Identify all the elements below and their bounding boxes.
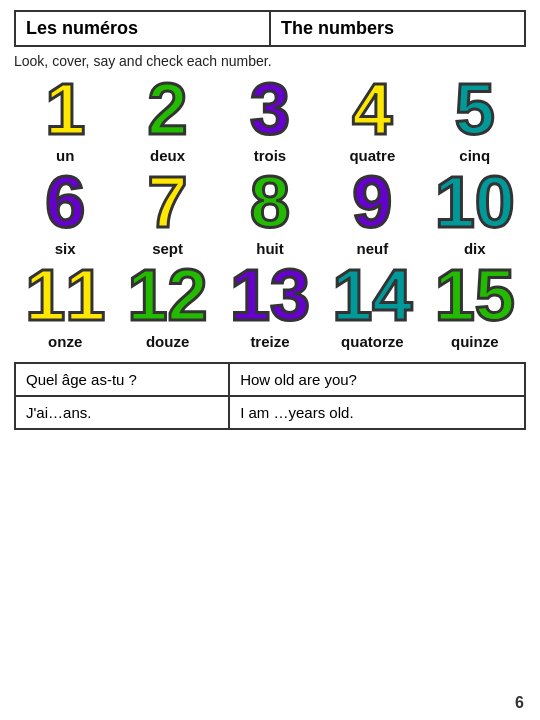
instruction-text: Look, cover, say and check each number. — [14, 53, 526, 69]
number-item-1: 1 un — [17, 73, 113, 164]
big-num-10: 10 — [435, 166, 515, 238]
header-french: Les numéros — [15, 11, 270, 46]
header-table: Les numéros The numbers — [14, 10, 526, 47]
number-row-3: 11 onze 12 douze 13 treize 14 quatorze 1… — [14, 259, 526, 350]
big-num-15: 15 — [435, 259, 515, 331]
number-row-2: 6 six 7 sept 8 huit 9 neuf 10 dix — [14, 166, 526, 257]
big-num-13: 13 — [230, 259, 310, 331]
big-num-7: 7 — [148, 166, 188, 238]
bottom-table: Quel âge as-tu ? How old are you? J'ai…a… — [14, 362, 526, 430]
table-row-2: J'ai…ans. I am …years old. — [15, 396, 525, 429]
big-num-5: 5 — [455, 73, 495, 145]
big-num-4: 4 — [352, 73, 392, 145]
page-number: 6 — [515, 694, 524, 712]
number-item-14: 14 quatorze — [324, 259, 420, 350]
answer-french: J'ai…ans. — [15, 396, 229, 429]
number-item-5: 5 cinq — [427, 73, 523, 164]
word-quatorze: quatorze — [341, 333, 404, 350]
number-row-1: 1 un 2 deux 3 trois 4 quatre 5 cinq — [14, 73, 526, 164]
big-num-12: 12 — [128, 259, 208, 331]
number-item-10: 10 dix — [427, 166, 523, 257]
big-num-1: 1 — [45, 73, 85, 145]
question-french: Quel âge as-tu ? — [15, 363, 229, 396]
number-item-9: 9 neuf — [324, 166, 420, 257]
page: Les numéros The numbers Look, cover, say… — [0, 0, 540, 720]
answer-english: I am …years old. — [229, 396, 525, 429]
big-num-9: 9 — [352, 166, 392, 238]
header-english: The numbers — [270, 11, 525, 46]
number-item-12: 12 douze — [120, 259, 216, 350]
number-item-6: 6 six — [17, 166, 113, 257]
big-num-3: 3 — [250, 73, 290, 145]
big-num-2: 2 — [148, 73, 188, 145]
number-item-4: 4 quatre — [324, 73, 420, 164]
numbers-section: 1 un 2 deux 3 trois 4 quatre 5 cinq — [14, 73, 526, 350]
number-item-2: 2 deux — [120, 73, 216, 164]
word-onze: onze — [48, 333, 82, 350]
table-row-1: Quel âge as-tu ? How old are you? — [15, 363, 525, 396]
word-treize: treize — [250, 333, 289, 350]
number-item-8: 8 huit — [222, 166, 318, 257]
question-english: How old are you? — [229, 363, 525, 396]
number-item-11: 11 onze — [17, 259, 113, 350]
word-douze: douze — [146, 333, 189, 350]
number-item-15: 15 quinze — [427, 259, 523, 350]
big-num-14: 14 — [332, 259, 412, 331]
number-item-7: 7 sept — [120, 166, 216, 257]
number-item-3: 3 trois — [222, 73, 318, 164]
word-quinze: quinze — [451, 333, 499, 350]
number-item-13: 13 treize — [222, 259, 318, 350]
big-num-6: 6 — [45, 166, 85, 238]
big-num-11: 11 — [25, 259, 105, 331]
big-num-8: 8 — [250, 166, 290, 238]
